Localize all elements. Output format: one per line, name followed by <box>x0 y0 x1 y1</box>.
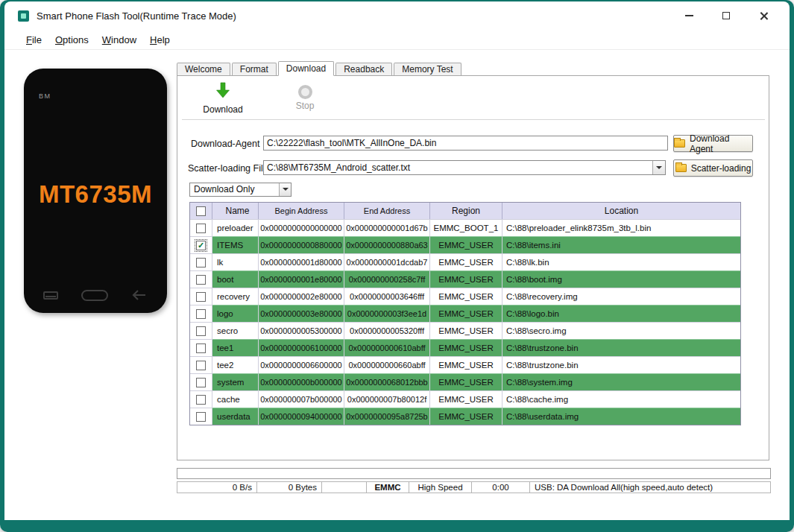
partition-name[interactable]: tee2 <box>212 356 259 373</box>
partition-name[interactable]: userdata <box>212 408 259 425</box>
download-agent-input[interactable] <box>263 136 668 151</box>
region[interactable]: EMMC_BOOT_1 <box>430 219 502 236</box>
begin-address[interactable]: 0x0000000006100000 <box>259 339 344 356</box>
select-all-cell[interactable] <box>190 203 212 219</box>
file-location[interactable]: C:\88\lk.bin <box>502 253 740 270</box>
partition-name[interactable]: lk <box>212 253 259 270</box>
end-address[interactable]: 0x000000000610abff <box>344 339 430 356</box>
partition-name[interactable]: cache <box>212 390 259 408</box>
menu-file[interactable]: File <box>19 32 48 48</box>
table-row[interactable]: tee20x00000000066000000x000000000660abff… <box>190 356 740 373</box>
download-button[interactable]: Download <box>197 81 249 115</box>
begin-address[interactable]: 0x0000000006600000 <box>259 356 344 373</box>
row-checkbox[interactable] <box>196 412 206 422</box>
tab-download[interactable]: Download <box>278 61 334 76</box>
end-address[interactable]: 0x0000000001dcdab7 <box>344 253 430 270</box>
close-button[interactable] <box>745 1 782 30</box>
header-name[interactable]: Name <box>212 203 259 219</box>
region[interactable]: EMMC_USER <box>430 236 502 253</box>
header-begin-address[interactable]: Begin Address <box>259 203 344 219</box>
table-row[interactable]: preloader0x00000000000000000x00000000000… <box>190 219 740 236</box>
table-row[interactable]: userdata0x00000000940000000x0000000095a8… <box>190 408 740 425</box>
begin-address[interactable]: 0x0000000003e80000 <box>259 305 344 322</box>
region[interactable]: EMMC_USER <box>430 322 502 339</box>
begin-address[interactable]: 0x0000000000880000 <box>259 236 344 253</box>
stop-button[interactable]: Stop <box>279 83 331 111</box>
partition-name[interactable]: secro <box>212 322 259 339</box>
row-checkbox[interactable] <box>196 395 206 405</box>
row-checkbox[interactable] <box>196 224 206 233</box>
download-agent-button[interactable]: Download Agent <box>673 135 753 152</box>
row-checkbox[interactable] <box>196 326 206 336</box>
end-address[interactable]: 0x0000000000880a63 <box>344 236 430 253</box>
table-row[interactable]: ✓ITEMS0x00000000008800000x0000000000880a… <box>190 236 740 253</box>
file-location[interactable]: C:\88\items.ini <box>502 236 740 253</box>
table-row[interactable]: logo0x0000000003e800000x0000000003f3ee1d… <box>190 305 740 322</box>
scatter-file-combobox[interactable]: C:\88\MT6735M_Android_scatter.txt <box>263 160 666 175</box>
end-address[interactable]: 0x000000000660abff <box>344 356 430 373</box>
row-checkbox[interactable] <box>196 275 206 285</box>
minimize-button[interactable] <box>670 1 708 30</box>
end-address[interactable]: 0x0000000095a8725b <box>344 408 430 425</box>
region[interactable]: EMMC_USER <box>430 390 502 408</box>
end-address[interactable]: 0x0000000005320fff <box>344 322 430 339</box>
table-row[interactable]: recovery0x0000000002e800000x000000000364… <box>190 288 740 305</box>
maximize-button[interactable] <box>708 1 745 30</box>
row-checkbox[interactable] <box>196 378 206 387</box>
file-location[interactable]: C:\88\recovery.img <box>502 288 740 305</box>
file-location[interactable]: C:\88\secro.img <box>502 322 740 339</box>
end-address[interactable]: 0x000000000258c7ff <box>344 270 430 288</box>
menu-window[interactable]: Window <box>95 32 143 48</box>
file-location[interactable]: C:\88\trustzone.bin <box>502 356 740 373</box>
region[interactable]: EMMC_USER <box>430 408 502 425</box>
row-checkbox[interactable] <box>196 361 206 370</box>
table-row[interactable]: secro0x00000000053000000x0000000005320ff… <box>190 322 740 339</box>
row-checkbox[interactable] <box>196 343 206 353</box>
region[interactable]: EMMC_USER <box>430 288 502 305</box>
header-location[interactable]: Location <box>502 203 740 219</box>
partition-name[interactable]: ITEMS <box>212 236 259 253</box>
region[interactable]: EMMC_USER <box>430 270 502 288</box>
region[interactable]: EMMC_USER <box>430 305 502 322</box>
tab-memory-test[interactable]: Memory Test <box>394 63 461 75</box>
tab-format[interactable]: Format <box>232 63 277 75</box>
file-location[interactable]: C:\88\userdata.img <box>502 408 740 425</box>
row-checkbox[interactable] <box>196 309 206 319</box>
begin-address[interactable]: 0x000000000b000000 <box>259 373 344 390</box>
download-mode-select[interactable]: Download Only <box>189 183 292 197</box>
header-region[interactable]: Region <box>430 203 502 219</box>
file-location[interactable]: C:\88\cache.img <box>502 390 740 408</box>
end-address[interactable]: 0x0000000003f3ee1d <box>344 305 430 322</box>
header-end-address[interactable]: End Address <box>344 203 430 219</box>
region[interactable]: EMMC_USER <box>430 373 502 390</box>
begin-address[interactable]: 0x0000000001d80000 <box>259 253 344 270</box>
region[interactable]: EMMC_USER <box>430 356 502 373</box>
menu-options[interactable]: Options <box>48 32 95 48</box>
partition-name[interactable]: logo <box>212 305 259 322</box>
partition-name[interactable]: preloader <box>212 219 259 236</box>
region[interactable]: EMMC_USER <box>430 253 502 270</box>
region[interactable]: EMMC_USER <box>430 339 502 356</box>
begin-address[interactable]: 0x0000000094000000 <box>259 408 344 425</box>
row-checkbox[interactable] <box>196 258 206 267</box>
begin-address[interactable]: 0x000000007b000000 <box>259 390 344 408</box>
scatter-loading-button[interactable]: Scatter-loading <box>673 159 753 177</box>
begin-address[interactable]: 0x0000000001e80000 <box>259 270 344 288</box>
mode-dropdown-icon[interactable] <box>279 183 291 196</box>
end-address[interactable]: 0x0000000003646fff <box>344 288 430 305</box>
select-all-checkbox[interactable] <box>196 206 206 216</box>
table-row[interactable]: tee10x00000000061000000x000000000610abff… <box>190 339 740 356</box>
begin-address[interactable]: 0x0000000005300000 <box>259 322 344 339</box>
file-location[interactable]: C:\88\boot.img <box>502 270 740 288</box>
partition-name[interactable]: recovery <box>212 288 259 305</box>
combo-dropdown-icon[interactable] <box>652 161 665 174</box>
menu-help[interactable]: Help <box>143 32 177 48</box>
partition-name[interactable]: boot <box>212 270 259 288</box>
tab-readback[interactable]: Readback <box>335 63 392 75</box>
end-address[interactable]: 0x000000000001d67b <box>344 219 430 236</box>
end-address[interactable]: 0x0000000068012bbb <box>344 373 430 390</box>
partition-name[interactable]: tee1 <box>212 339 259 356</box>
file-location[interactable]: C:\88\logo.bin <box>502 305 740 322</box>
table-row[interactable]: boot0x0000000001e800000x000000000258c7ff… <box>190 270 740 288</box>
row-checkbox[interactable]: ✓ <box>196 241 206 250</box>
